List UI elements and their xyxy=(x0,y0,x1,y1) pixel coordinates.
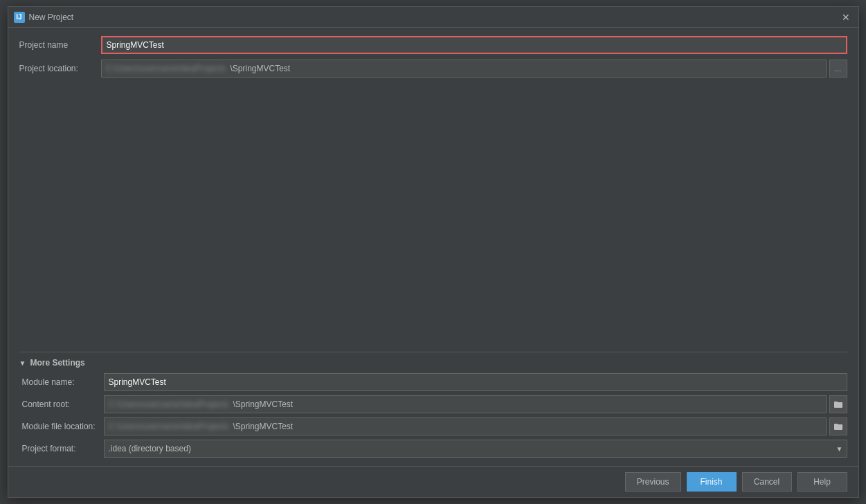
more-settings-section: ▼ More Settings Module name: Content roo… xyxy=(19,352,847,458)
browse-content-root-button[interactable] xyxy=(829,395,847,413)
project-name-label: Project name xyxy=(19,40,96,50)
more-settings-header[interactable]: ▼ More Settings xyxy=(19,358,847,368)
dialog-title: New Project xyxy=(29,12,74,22)
folder-icon xyxy=(833,399,843,409)
module-file-suffix: \SpringMVCTest xyxy=(229,422,298,431)
folder-icon-2 xyxy=(833,422,843,431)
module-name-input[interactable] xyxy=(104,373,847,391)
more-settings-content: Module name: Content root: C:\Users\user… xyxy=(19,373,847,458)
previous-button[interactable]: Previous xyxy=(625,472,681,492)
content-root-row: Content root: C:\Users\username\IdeaProj… xyxy=(22,395,847,413)
dialog-content: Project name Project location: C:\Users\… xyxy=(8,28,858,466)
location-prefix: C:\Users\username\IdeaProjects xyxy=(102,64,226,73)
project-format-select-wrapper: .idea (directory based) Eclipse (.classp… xyxy=(104,440,847,458)
collapse-arrow-icon: ▼ xyxy=(19,359,26,367)
more-settings-label: More Settings xyxy=(30,358,84,368)
project-format-row: Project format: .idea (directory based) … xyxy=(22,440,847,458)
close-button[interactable]: ✕ xyxy=(839,10,853,24)
new-project-dialog: IJ New Project ✕ Project name Project lo… xyxy=(8,6,859,498)
cancel-button[interactable]: Cancel xyxy=(742,472,792,492)
help-button[interactable]: Help xyxy=(797,472,847,492)
project-format-label: Project format: xyxy=(22,444,98,453)
module-file-label: Module file location: xyxy=(22,422,98,431)
title-bar-left: IJ New Project xyxy=(14,12,74,23)
module-name-row: Module name: xyxy=(22,373,847,391)
content-root-prefix: C:\Users\username\IdeaProjects xyxy=(105,399,229,409)
app-icon: IJ xyxy=(14,12,25,23)
location-suffix: \SpringMVCTest xyxy=(226,64,295,73)
browse-module-file-button[interactable] xyxy=(829,417,847,435)
svg-rect-3 xyxy=(834,424,838,425)
title-bar: IJ New Project ✕ xyxy=(8,7,858,28)
svg-rect-0 xyxy=(834,402,842,408)
module-name-label: Module name: xyxy=(22,377,98,387)
svg-rect-2 xyxy=(834,424,842,430)
module-file-location-row: Module file location: C:\Users\username\… xyxy=(22,417,847,435)
project-location-row: Project location: C:\Users\username\Idea… xyxy=(19,60,847,78)
project-location-label: Project location: xyxy=(19,64,96,73)
module-file-prefix: C:\Users\username\IdeaProjects xyxy=(105,422,229,431)
content-root-label: Content root: xyxy=(22,399,98,409)
content-root-suffix: \SpringMVCTest xyxy=(229,399,298,409)
empty-area xyxy=(19,83,847,346)
svg-rect-1 xyxy=(834,402,838,403)
project-format-select[interactable]: .idea (directory based) Eclipse (.classp… xyxy=(104,440,847,458)
project-name-input[interactable] xyxy=(101,36,847,54)
project-name-row: Project name xyxy=(19,36,847,54)
dialog-footer: Previous Finish Cancel Help xyxy=(8,466,858,497)
finish-button[interactable]: Finish xyxy=(687,472,737,492)
browse-location-button[interactable]: ... xyxy=(829,60,847,78)
